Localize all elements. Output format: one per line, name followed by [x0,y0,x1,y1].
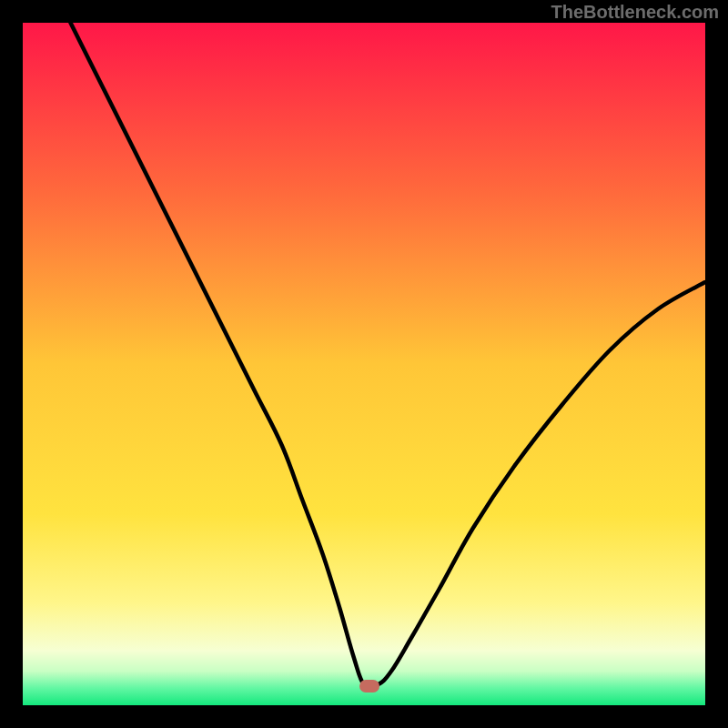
optimal-marker [359,680,379,693]
chart-frame: TheBottleneck.com [0,0,728,728]
attribution-text: TheBottleneck.com [551,2,719,23]
bottleneck-curve [23,23,705,705]
plot-area [23,23,705,705]
